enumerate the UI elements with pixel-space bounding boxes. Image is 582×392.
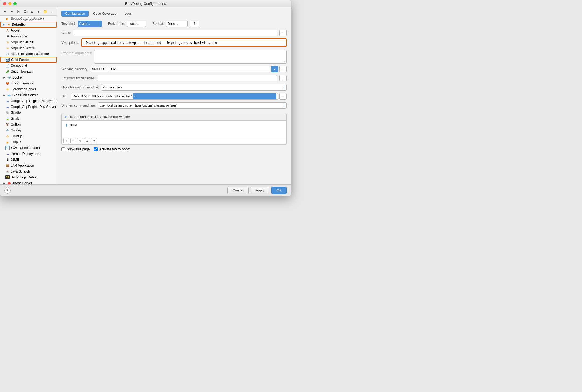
tree-item-j2me[interactable]: 📱 J2ME — [0, 157, 57, 163]
tree-item-arquillian-junit[interactable]: ⊙ Arquillian JUnit — [0, 39, 57, 45]
tree-item-applet[interactable]: A Applet — [0, 28, 57, 33]
settings-button[interactable]: ⚙ — [22, 9, 28, 14]
bottom-bar: ? Cancel Apply OK — [0, 184, 291, 196]
tree-item-geronimo[interactable]: ⚡ Geronimo Server — [0, 86, 57, 92]
sort-button[interactable]: ↕ — [49, 9, 55, 14]
tree-item-cucumber[interactable]: 🥒 Cucumber java — [0, 69, 57, 75]
tree-item-gulp[interactable]: 🍺 Gulp.js — [0, 139, 57, 145]
bl-up-button[interactable]: ▲ — [84, 138, 90, 143]
window-controls — [3, 2, 17, 5]
bl-add-button[interactable]: + — [63, 138, 69, 143]
jre-browse[interactable]: ... — [279, 93, 287, 100]
tab-logs[interactable]: Logs — [121, 11, 135, 17]
fork-mode-select[interactable]: none ⌄ — [127, 21, 146, 27]
tree-item-heroku[interactable]: ☁ Heroku Deployment — [0, 151, 57, 157]
copy-config-button[interactable]: ⎘ — [15, 9, 21, 14]
working-dir-browse[interactable]: ... — [279, 66, 287, 72]
tree-item-cold-fusion[interactable]: C# Cold Fusion — [0, 57, 57, 63]
google-app-engine-icon: ☁ — [5, 99, 10, 103]
tree-item-jboss[interactable]: ▶ 🔴 JBoss Server — [0, 180, 57, 184]
tree-item-js-debug[interactable]: JS JavaScript Debug — [0, 174, 57, 180]
env-vars-browse[interactable]: ... — [279, 75, 287, 81]
tree-item-grails[interactable]: 🍃 Grails — [0, 116, 57, 121]
grunt-icon: ⚙ — [5, 134, 10, 138]
show-page-row: Show this page Activate tool window — [61, 147, 287, 151]
jre-select[interactable]: Default (<no JRE> - module not specified… — [71, 93, 278, 100]
class-browse-button[interactable]: ... — [279, 30, 287, 36]
tree-item-firefox[interactable]: 🦊 Firefox Remote — [0, 80, 57, 86]
tree-item-docker[interactable]: ▶ 🐳 Docker — [0, 75, 57, 80]
cancel-button[interactable]: Cancel — [227, 187, 248, 194]
help-button[interactable]: ? — [4, 187, 11, 194]
griffon-icon: 🦅 — [5, 122, 10, 127]
expand-icon[interactable]: ⤢ — [283, 60, 285, 63]
bl-remove-button[interactable]: − — [70, 138, 76, 143]
grails-icon: 🍃 — [5, 116, 10, 121]
vm-options-label: VM options: — [61, 41, 79, 45]
remove-config-button[interactable]: − — [9, 9, 14, 14]
close-button[interactable] — [3, 2, 6, 5]
vm-options-input[interactable] — [81, 38, 287, 47]
before-launch-header[interactable]: ▼ Before launch: Build, Activate tool wi… — [62, 113, 286, 121]
maximize-button[interactable] — [13, 2, 17, 5]
firefox-label: Firefox Remote — [11, 81, 56, 85]
minimize-button[interactable] — [8, 2, 11, 5]
env-vars-input[interactable] — [98, 75, 277, 81]
activate-window-checkbox-label[interactable]: Activate tool window — [94, 147, 129, 151]
tree-item-arquillian-testng[interactable]: ⊙ Arquillian TestNG — [0, 45, 57, 51]
before-launch-title: Before launch: Build, Activate tool wind… — [69, 115, 130, 119]
working-dir-dropdown[interactable]: ▼ — [271, 66, 278, 72]
show-page-checkbox-label[interactable]: Show this page — [61, 147, 90, 151]
shorten-cmd-select[interactable]: user-local default: none – java [options… — [98, 102, 287, 109]
tree-item-java-scratch[interactable]: ☕ Java Scratch — [0, 168, 57, 174]
repeat-value: Once — [168, 22, 175, 26]
tree-item-gradle[interactable]: 🐘 Gradle — [0, 110, 57, 116]
working-dir-input[interactable] — [91, 66, 270, 72]
tree-toolbar: + − ⎘ ⚙ ▲ ▼ 📁 ↕ — [0, 7, 57, 16]
tree-item-griffon[interactable]: 🦅 Griffon — [0, 121, 57, 127]
test-kind-select[interactable]: Class ⌄ — [78, 21, 102, 27]
repeat-select[interactable]: Once ⌄ — [166, 21, 188, 27]
apply-button[interactable]: Apply — [251, 187, 270, 194]
bl-down-button[interactable]: ▼ — [91, 138, 97, 143]
prog-args-input[interactable]: ⤢ — [94, 50, 287, 64]
activate-window-checkbox[interactable] — [94, 147, 98, 151]
repeat-count-input[interactable] — [190, 21, 199, 27]
ok-button[interactable]: OK — [271, 187, 287, 194]
move-up-button[interactable]: ▲ — [29, 9, 35, 14]
defaults-header[interactable]: ▼ ✦ Defaults — [0, 22, 57, 28]
google-app-engine-label: Google App Engine Deployment — [11, 99, 57, 103]
classpath-chevrons: ▲▼ — [283, 85, 285, 89]
show-page-label: Show this page — [67, 147, 90, 151]
tree-item-attach-nodejs[interactable]: ⬡ Attach to Node.js/Chrome — [0, 51, 57, 57]
move-down-button[interactable]: ▼ — [36, 9, 41, 14]
tab-code-coverage[interactable]: Code Coverage — [89, 11, 120, 17]
class-input[interactable] — [73, 30, 277, 36]
tree-item-application[interactable]: 🖥 Application — [0, 33, 57, 39]
folder-button[interactable]: 📁 — [42, 9, 48, 14]
jboss-label: JBoss Server — [12, 181, 56, 184]
tree-item-gwt[interactable]: G GWT Configuration — [0, 145, 57, 151]
tree-item-google-appengine-dev[interactable]: ☁ Google AppEngine Dev Server — [0, 104, 57, 110]
compound-icon: 📄 — [5, 64, 10, 68]
prog-args-label: Program arguments: — [61, 50, 92, 55]
tree-item-glassfish[interactable]: ▶ 🐟 GlassFish Server — [0, 92, 57, 98]
bl-edit-button[interactable]: ✎ — [77, 138, 83, 143]
tree-item-groovy[interactable]: G Groovy — [0, 127, 57, 133]
jboss-arrow: ▶ — [2, 181, 6, 184]
heroku-icon: ☁ — [5, 152, 10, 156]
add-config-button[interactable]: + — [2, 9, 8, 14]
build-icon: ⬇ — [65, 123, 68, 127]
tree-item-grunt[interactable]: ⚙ Grunt.js — [0, 133, 57, 139]
tree-item-google-app-engine[interactable]: ☁ Google App Engine Deployment — [0, 98, 57, 104]
tree-item-spacecorp[interactable]: ▶ SpaceCorpApplication — [0, 16, 57, 22]
classpath-select[interactable]: <no module> ▲▼ — [101, 84, 287, 91]
docker-label: Docker — [12, 76, 56, 79]
show-page-checkbox[interactable] — [61, 147, 65, 151]
tab-configuration[interactable]: Configuration — [61, 11, 89, 17]
java-scratch-icon: ☕ — [5, 169, 10, 174]
cf-icon: C# — [6, 58, 10, 62]
tree-item-jar-app[interactable]: 📦 JAR Application — [0, 163, 57, 168]
glassfish-icon: 🐟 — [7, 93, 11, 97]
tree-item-compound[interactable]: 📄 Compound — [0, 63, 57, 69]
